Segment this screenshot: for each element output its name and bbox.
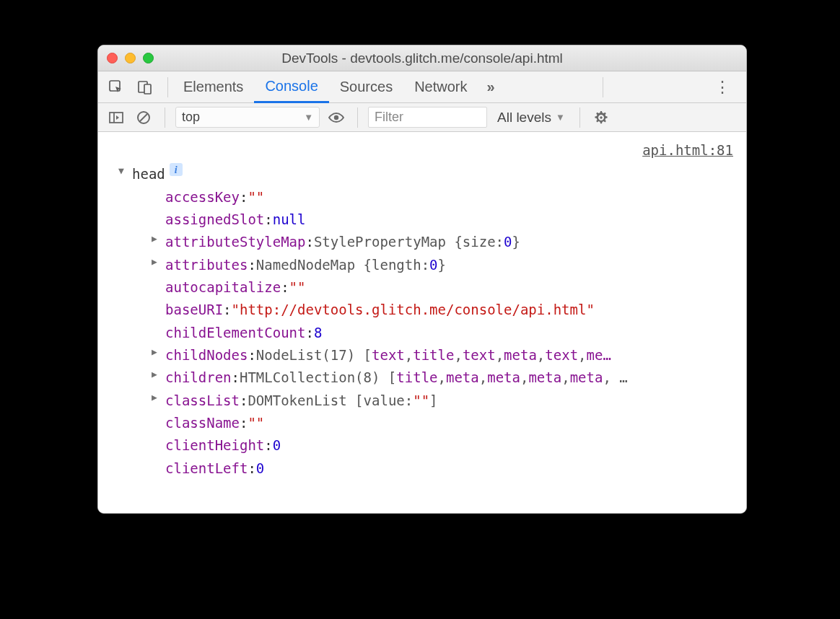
property-value-part: 0	[273, 434, 281, 457]
property-row[interactable]: ▶assignedSlot: null	[101, 208, 743, 231]
disclosure-down-icon[interactable]: ▼	[118, 163, 129, 178]
property-value-part: 0	[429, 254, 437, 276]
tab-elements[interactable]: Elements	[172, 71, 254, 103]
property-row[interactable]: ▶childElementCount: 8	[101, 322, 743, 344]
property-value-part: meta	[504, 344, 537, 366]
property-value-part: title	[413, 344, 454, 366]
property-value-part: length:	[372, 254, 429, 276]
property-row[interactable]: ▶children: HTMLCollection(8) [title, met…	[101, 366, 743, 389]
property-value-part: title	[396, 366, 437, 389]
live-expression-icon[interactable]	[325, 107, 347, 128]
maximize-window-button[interactable]	[143, 53, 154, 63]
tabs-overflow-button[interactable]: »	[478, 79, 504, 95]
property-value-part: ,	[438, 366, 446, 389]
object-name: head	[132, 163, 165, 185]
devtools-window: DevTools - devtools.glitch.me/console/ap…	[97, 45, 747, 514]
window-controls	[107, 53, 154, 63]
svg-rect-2	[144, 84, 151, 94]
property-value-part: StylePropertyMap {	[314, 231, 463, 253]
chevron-down-icon: ▼	[304, 112, 313, 123]
property-key: assignedSlot	[165, 208, 264, 231]
property-value-part: 8	[314, 322, 322, 344]
property-row[interactable]: ▶attributeStyleMap: StylePropertyMap {si…	[101, 231, 743, 253]
divider	[579, 107, 580, 128]
chevron-down-icon: ▼	[556, 112, 565, 123]
tab-console[interactable]: Console	[254, 71, 328, 103]
property-value-part: meta	[570, 366, 603, 389]
info-badge-icon[interactable]: i	[170, 163, 183, 176]
property-row[interactable]: ▶attributes: NamedNodeMap {length: 0}	[101, 254, 743, 276]
property-key: autocapitalize	[165, 276, 281, 299]
property-value-part: ,	[454, 344, 462, 366]
property-value-part: ,	[479, 366, 487, 389]
property-value-part: ,	[496, 344, 504, 366]
disclosure-right-icon[interactable]: ▶	[152, 366, 162, 382]
property-value-part: size:	[463, 231, 504, 253]
disclosure-right-icon[interactable]: ▶	[152, 344, 162, 359]
property-value-part: , …	[603, 366, 627, 389]
clear-console-icon[interactable]	[133, 107, 154, 128]
log-levels-select[interactable]: All levels ▼	[493, 110, 569, 126]
property-value-part: ,	[405, 344, 413, 366]
property-value-part: ""	[289, 276, 306, 299]
property-row[interactable]: ▶accessKey: ""	[101, 186, 743, 208]
property-value-part: ""	[248, 186, 264, 208]
property-value-part: value:	[364, 390, 414, 412]
console-toolbar: top ▼ All levels ▼	[98, 103, 746, 132]
levels-label: All levels	[497, 110, 551, 126]
kebab-menu-icon[interactable]: ⋮	[707, 78, 739, 97]
property-key: baseURI	[165, 299, 223, 321]
filter-input[interactable]	[368, 107, 487, 128]
toggle-console-sidebar-icon[interactable]	[105, 107, 127, 128]
divider	[357, 107, 358, 128]
property-row[interactable]: ▶childNodes: NodeList(17) [text, title, …	[101, 344, 743, 366]
property-key: childElementCount	[165, 322, 305, 344]
minimize-window-button[interactable]	[125, 53, 136, 63]
property-value-part: text	[545, 344, 578, 366]
property-value-part: null	[273, 208, 306, 231]
property-value-part: NodeList(17) [	[256, 344, 372, 366]
tab-network[interactable]: Network	[403, 71, 478, 103]
property-value-part: meta	[528, 366, 561, 389]
inspect-element-icon[interactable]	[105, 76, 127, 98]
object-header[interactable]: ▼ head i	[101, 163, 743, 185]
property-value-part: text	[372, 344, 405, 366]
property-value-part: ]	[429, 390, 437, 412]
execution-context-select[interactable]: top ▼	[175, 107, 320, 128]
divider	[165, 107, 165, 128]
property-key: children	[165, 366, 232, 389]
property-value-part: me…	[587, 344, 611, 366]
disclosure-right-icon[interactable]: ▶	[152, 231, 162, 246]
property-row[interactable]: ▶classList: DOMTokenList [value: ""]	[101, 390, 743, 412]
property-value-part: }	[438, 254, 446, 276]
property-key: accessKey	[165, 186, 240, 208]
property-value-part: }	[512, 231, 520, 253]
divider	[167, 77, 168, 97]
property-value-part: "http://devtools.glitch.me/console/api.h…	[232, 299, 595, 321]
property-key: classList	[165, 390, 240, 412]
property-value-part: meta	[446, 366, 479, 389]
source-link[interactable]: api.html:81	[101, 136, 743, 163]
svg-point-7	[334, 115, 338, 119]
svg-line-6	[140, 113, 148, 121]
property-key: className	[165, 412, 240, 434]
property-row[interactable]: ▶autocapitalize: ""	[101, 276, 743, 299]
property-value-part: ,	[520, 366, 528, 389]
divider	[603, 77, 603, 97]
property-row[interactable]: ▶clientLeft: 0	[101, 457, 743, 480]
property-key: clientHeight	[165, 434, 264, 457]
property-row[interactable]: ▶clientHeight: 0	[101, 434, 743, 457]
property-value-part: 0	[256, 457, 264, 480]
property-value-part: text	[463, 344, 496, 366]
console-settings-icon[interactable]	[590, 107, 612, 128]
close-window-button[interactable]	[107, 53, 118, 63]
property-value-part: meta	[487, 366, 520, 389]
disclosure-right-icon[interactable]: ▶	[152, 254, 162, 269]
window-title: DevTools - devtools.glitch.me/console/ap…	[98, 51, 746, 66]
property-row[interactable]: ▶baseURI: "http://devtools.glitch.me/con…	[101, 299, 743, 321]
property-value-part: DOMTokenList [	[248, 390, 363, 412]
property-row[interactable]: ▶className: ""	[101, 412, 743, 434]
device-toolbar-icon[interactable]	[134, 76, 156, 98]
disclosure-right-icon[interactable]: ▶	[152, 390, 162, 405]
tab-sources[interactable]: Sources	[329, 71, 403, 103]
